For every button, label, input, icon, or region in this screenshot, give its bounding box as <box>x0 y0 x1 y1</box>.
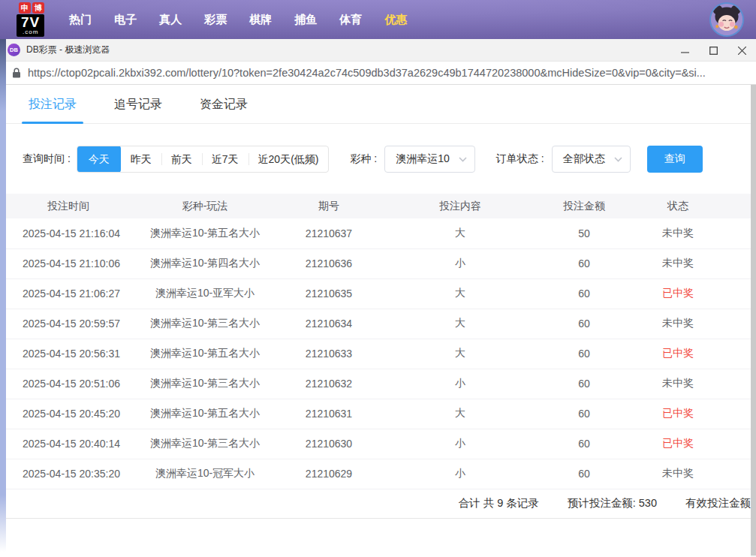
nav-item-4[interactable]: 彩票 <box>193 13 238 27</box>
tab-2[interactable]: 追号记录 <box>114 97 162 113</box>
issue-cell: 21210632 <box>261 369 396 399</box>
bet-amount-cell: 60 <box>524 369 644 399</box>
table-row: 2025-04-15 21:06:27澳洲幸运10-亚军大小21210635大6… <box>6 278 751 309</box>
table-row: 2025-04-15 20:40:14澳洲幸运10-第三名大小21210630小… <box>6 429 751 459</box>
page: 投注记录追号记录资金记录 查询时间 : 今天昨天前天近7天近20天(低频) 彩种… <box>0 85 756 557</box>
minimize-button[interactable] <box>670 39 699 62</box>
table-row: 2025-04-15 21:16:04澳洲幸运10-第五名大小21210637大… <box>6 218 751 248</box>
logo-badge-2: 博 <box>32 2 44 14</box>
filter-bar: 查询时间 : 今天昨天前天近7天近20天(低频) 彩种 : 澳洲幸运10 订单状… <box>23 146 751 173</box>
status-cell: 已中奖 <box>644 429 712 459</box>
logo-block: 7V .com <box>17 14 44 37</box>
game-cell: 澳洲幸运10-第三名大小 <box>149 369 261 399</box>
spacer-cell <box>712 278 751 309</box>
bet-content-cell: 大 <box>396 218 524 248</box>
bet-time-cell: 2025-04-15 21:06:27 <box>6 278 149 309</box>
status-filter-label: 订单状态 : <box>496 152 544 166</box>
column-header-1: 投注时间 <box>6 194 149 218</box>
column-header-4: 投注内容 <box>396 194 524 218</box>
issue-cell: 21210630 <box>261 429 396 459</box>
user-avatar[interactable] <box>709 2 744 37</box>
issue-cell: 21210633 <box>261 339 396 369</box>
bet-time-cell: 2025-04-15 20:51:06 <box>6 369 149 399</box>
spacer-cell <box>712 339 751 369</box>
game-cell: 澳洲幸运10-第三名大小 <box>149 309 261 339</box>
time-option-5[interactable]: 近20天(低频) <box>248 146 329 172</box>
nav-item-8[interactable]: 优惠 <box>373 13 418 27</box>
bet-time-cell: 2025-04-15 21:16:04 <box>6 218 149 248</box>
bet-content-cell: 大 <box>396 339 524 369</box>
scrollbar[interactable] <box>751 85 756 557</box>
time-option-1[interactable]: 今天 <box>77 146 121 173</box>
issue-cell: 21210631 <box>261 399 396 429</box>
table-row: 2025-04-15 20:45:20澳洲幸运10-第五名大小21210631大… <box>6 399 751 429</box>
time-option-2[interactable]: 昨天 <box>121 146 161 172</box>
status-cell: 已中奖 <box>644 399 712 429</box>
nav-item-1[interactable]: 热门 <box>58 13 103 27</box>
search-button[interactable]: 查询 <box>647 146 703 173</box>
status-cell: 未中奖 <box>644 369 712 399</box>
logo-brand: 7V <box>21 15 40 29</box>
lottery-select[interactable]: 澳洲幸运10 <box>384 146 475 173</box>
game-cell: 澳洲幸运10-亚军大小 <box>149 278 261 309</box>
table-body: 2025-04-15 21:16:04澳洲幸运10-第五名大小21210637大… <box>6 218 751 489</box>
status-cell: 未中奖 <box>644 459 712 489</box>
logo-badges: 申 博 <box>19 2 44 14</box>
maximize-button[interactable] <box>699 39 727 62</box>
spacer-cell <box>712 369 751 399</box>
bet-amount-cell: 60 <box>524 278 644 309</box>
avatar-image <box>711 4 742 35</box>
nav-item-2[interactable]: 电子 <box>103 13 148 27</box>
nav-item-6[interactable]: 捕鱼 <box>283 13 328 27</box>
nav-item-5[interactable]: 棋牌 <box>238 13 283 27</box>
bet-amount-cell: 60 <box>524 248 644 278</box>
chevron-down-icon <box>459 157 467 162</box>
expected-amount-text: 预计投注金额: 530 <box>568 496 657 510</box>
bet-amount-cell: 60 <box>524 309 644 339</box>
bet-amount-cell: 60 <box>524 429 644 459</box>
site-header: 申 博 7V .com 热门电子真人彩票棋牌捕鱼体育优惠 <box>0 0 756 39</box>
bet-content-cell: 小 <box>396 248 524 278</box>
address-bar[interactable]: https://ctop02pcali.2kbxi392.com/lottery… <box>0 62 756 85</box>
game-cell: 澳洲幸运10-第五名大小 <box>149 218 261 248</box>
game-cell: 澳洲幸运10-第三名大小 <box>149 429 261 459</box>
total-records-text: 合计 共 9 条记录 <box>459 496 539 510</box>
bet-amount-cell: 60 <box>524 399 644 429</box>
game-cell: 澳洲幸运10-第四名大小 <box>149 248 261 278</box>
nav-item-7[interactable]: 体育 <box>328 13 373 27</box>
spacer-cell <box>712 248 751 278</box>
tab-3[interactable]: 资金记录 <box>200 97 248 113</box>
scrollbar-thumb[interactable] <box>751 85 756 555</box>
summary-bar: 合计 共 9 条记录 预计投注金额: 530 有效投注金额 <box>6 489 751 519</box>
titlebar: DB DB彩票 - 极速浏览器 <box>0 39 756 62</box>
bet-content-cell: 大 <box>396 399 524 429</box>
browser-window: 申 博 7V .com 热门电子真人彩票棋牌捕鱼体育优惠 <box>0 0 756 557</box>
record-tabs: 投注记录追号记录资金记录 <box>6 85 751 124</box>
time-option-4[interactable]: 近7天 <box>202 146 248 172</box>
spacer-cell <box>712 309 751 339</box>
lottery-filter-label: 彩种 : <box>350 152 377 166</box>
nav-item-3[interactable]: 真人 <box>148 13 193 27</box>
close-button[interactable] <box>727 39 756 62</box>
status-cell: 已中奖 <box>644 339 712 369</box>
status-cell: 未中奖 <box>644 248 712 278</box>
content: 投注记录追号记录资金记录 查询时间 : 今天昨天前天近7天近20天(低频) 彩种… <box>6 85 751 519</box>
tab-1[interactable]: 投注记录 <box>29 97 77 113</box>
issue-cell: 21210629 <box>261 459 396 489</box>
table-row: 2025-04-15 20:51:06澳洲幸运10-第三名大小21210632小… <box>6 369 751 399</box>
column-header-2: 彩种-玩法 <box>149 194 261 218</box>
bet-content-cell: 小 <box>396 429 524 459</box>
bet-content-cell: 小 <box>396 369 524 399</box>
minimize-icon <box>681 47 689 55</box>
time-option-3[interactable]: 前天 <box>161 146 202 172</box>
bet-time-cell: 2025-04-15 20:40:14 <box>6 429 149 459</box>
table-row: 2025-04-15 20:59:57澳洲幸运10-第三名大小21210634大… <box>6 309 751 339</box>
bet-content-cell: 大 <box>396 278 524 309</box>
table-row: 2025-04-15 21:10:06澳洲幸运10-第四名大小21210636小… <box>6 248 751 278</box>
site-logo[interactable]: 申 博 7V .com <box>17 2 44 37</box>
maximize-icon <box>709 47 718 55</box>
table-header-row: 投注时间彩种-玩法期号投注内容投注金额状态 <box>6 194 751 218</box>
valid-amount-text: 有效投注金额 <box>685 496 751 510</box>
spacer-cell <box>712 429 751 459</box>
order-status-select[interactable]: 全部状态 <box>552 146 631 173</box>
